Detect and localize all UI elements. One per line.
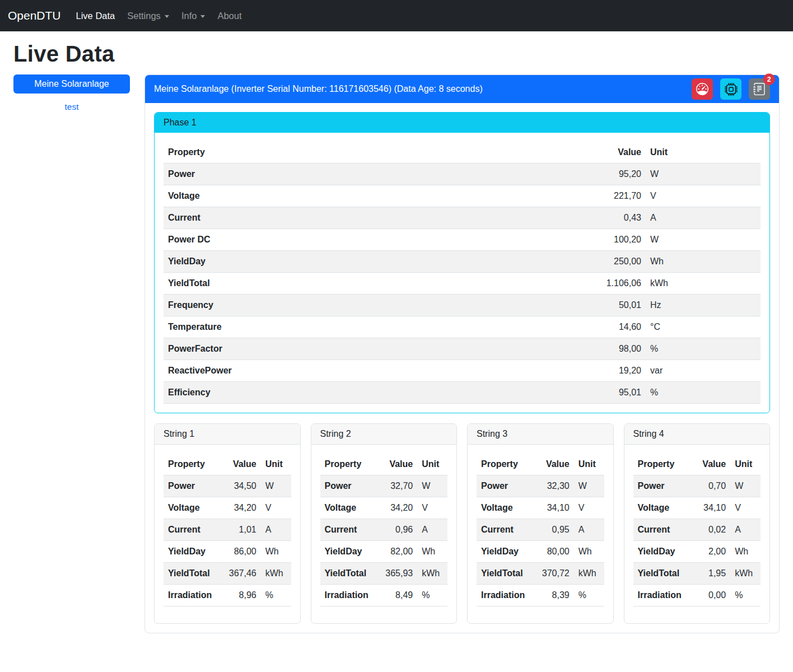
nav-about[interactable]: About (211, 11, 248, 21)
row-unit: % (646, 338, 761, 360)
row-property: YieldDay (477, 541, 529, 563)
row-property: Frequency (164, 295, 583, 316)
limit-settings-button[interactable] (692, 78, 713, 100)
row-unit: A (417, 519, 447, 541)
row-unit: V (646, 185, 761, 207)
row-property: Irradiation (320, 585, 373, 606)
inverter-panel-title: Meine Solaranlage (Inverter Serial Numbe… (154, 84, 483, 94)
string-card-title: String 3 (468, 424, 613, 445)
table-row: Voltage34,10V (633, 497, 761, 519)
row-value: 95,01 (583, 382, 646, 404)
row-property: YieldTotal (477, 563, 529, 585)
column-property: Property (633, 454, 686, 475)
row-property: Efficiency (164, 382, 583, 404)
panel-actions: 2 (692, 78, 770, 100)
table-row: Voltage34,20V (320, 497, 448, 519)
row-value: 8,39 (529, 585, 573, 606)
nav-settings[interactable]: Settings (121, 11, 175, 21)
phase-card-body: Property Value Unit Power95,20WVoltage22… (155, 133, 769, 413)
row-value: 34,50 (216, 475, 260, 497)
row-unit: % (730, 585, 761, 606)
row-unit: var (646, 360, 761, 382)
sidebar-link-test[interactable]: test (13, 102, 130, 112)
row-unit: kWh (646, 273, 761, 295)
column-unit: Unit (574, 454, 604, 475)
table-row: Frequency50,01Hz (164, 295, 761, 316)
table-header-row: Property Value Unit (477, 454, 604, 475)
row-property: Power (633, 475, 686, 497)
row-value: 34,10 (686, 497, 730, 519)
row-value: 34,10 (529, 497, 573, 519)
row-value: 221,70 (583, 185, 646, 207)
row-value: 34,20 (216, 497, 260, 519)
table-row: YieldDay82,00Wh (320, 541, 448, 563)
row-property: YieldDay (164, 251, 583, 273)
row-property: Current (477, 519, 529, 541)
table-row: Power95,20W (164, 164, 761, 185)
nav-live-data-label: Live Data (76, 11, 115, 21)
row-value: 14,60 (583, 316, 646, 338)
nav-about-label: About (217, 11, 241, 21)
page-layout: Meine Solaranlage test Meine Solaranlage… (0, 74, 793, 639)
column-value: Value (583, 142, 646, 164)
row-unit: kWh (261, 563, 291, 585)
speedometer-icon (696, 83, 708, 95)
row-unit: W (574, 475, 604, 497)
navbar: OpenDTU Live Data Settings Info About (0, 0, 793, 31)
row-unit: W (261, 475, 291, 497)
row-property: YieldTotal (164, 563, 216, 585)
inverter-select-button[interactable]: Meine Solaranlage (13, 74, 130, 94)
row-unit: V (730, 497, 761, 519)
table-row: ReactivePower19,20var (164, 360, 761, 382)
column-value: Value (216, 454, 260, 475)
row-value: 0,95 (529, 519, 573, 541)
row-property: Irradiation (164, 585, 216, 606)
string-card-title: String 1 (155, 424, 300, 445)
row-value: 367,46 (216, 563, 260, 585)
row-property: ReactivePower (164, 360, 583, 382)
page-title: Live Data (0, 41, 793, 67)
table-row: YieldDay86,00Wh (164, 541, 291, 563)
nav-info[interactable]: Info (175, 11, 212, 21)
table-row: Current0,96A (320, 519, 448, 541)
table-row: Power DC100,20W (164, 229, 761, 251)
row-value: 0,70 (686, 475, 730, 497)
row-unit: V (417, 497, 447, 519)
brand-logo[interactable]: OpenDTU (8, 9, 61, 22)
row-property: Voltage (164, 185, 583, 207)
inverter-panel-body: Phase 1 Property Value Unit Power95,20WV… (145, 103, 779, 633)
row-unit: W (730, 475, 761, 497)
table-row: Irradiation8,49% (320, 585, 448, 606)
phase-card: Phase 1 Property Value Unit Power95,20WV… (154, 112, 770, 413)
row-unit: Wh (730, 541, 761, 563)
table-row: Current0,95A (477, 519, 604, 541)
nav-info-label: Info (181, 11, 197, 21)
row-property: Power (164, 475, 216, 497)
row-value: 32,70 (373, 475, 417, 497)
column-unit: Unit (417, 454, 447, 475)
table-row: YieldDay2,00Wh (633, 541, 761, 563)
row-property: Power (164, 164, 583, 185)
table-row: Irradiation0,00% (633, 585, 761, 606)
event-log-button[interactable]: 2 (749, 78, 770, 100)
row-unit: A (574, 519, 604, 541)
row-value: 8,96 (216, 585, 260, 606)
row-unit: % (417, 585, 447, 606)
table-header-row: Property Value Unit (633, 454, 761, 475)
row-property: YieldTotal (164, 273, 583, 295)
row-value: 34,20 (373, 497, 417, 519)
string-card-body: Property Value Unit Power32,70WVoltage34… (311, 445, 457, 623)
nav-live-data[interactable]: Live Data (70, 11, 122, 21)
column-unit: Unit (646, 142, 761, 164)
row-value: 82,00 (373, 541, 417, 563)
string-table: Property Value Unit Power32,30WVoltage34… (477, 454, 604, 606)
row-property: YieldDay (164, 541, 216, 563)
table-row: Power0,70W (633, 475, 761, 497)
table-row: PowerFactor98,00% (164, 338, 761, 360)
column-property: Property (164, 454, 216, 475)
row-property: YieldDay (320, 541, 373, 563)
inverter-panel-header: Meine Solaranlage (Inverter Serial Numbe… (145, 75, 779, 103)
row-property: Power (477, 475, 529, 497)
row-property: YieldDay (633, 541, 686, 563)
device-info-button[interactable] (720, 78, 741, 100)
